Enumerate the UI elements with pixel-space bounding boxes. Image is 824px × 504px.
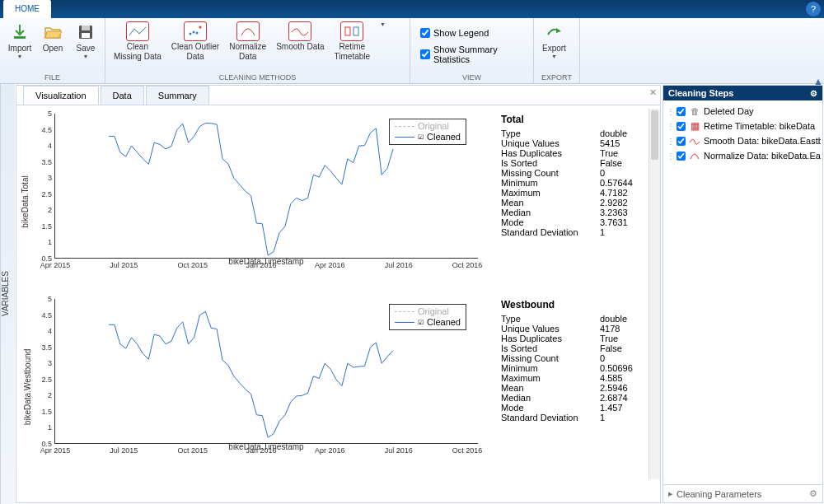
parameters-panel-header[interactable]: ▸ Cleaning Parameters ⚙ <box>663 484 822 502</box>
ribbon-group-label: FILE <box>5 72 100 83</box>
methods-dropdown[interactable]: ▼ <box>377 20 389 30</box>
svg-rect-0 <box>14 36 26 39</box>
dropdown-arrow-icon: ▼ <box>380 21 386 28</box>
save-button[interactable]: Save▼ <box>71 20 101 62</box>
svg-rect-9 <box>353 27 358 35</box>
smooth-icon <box>288 21 311 41</box>
stats-total: Total TypedoubleUnique Values5415Has Dup… <box>486 109 648 294</box>
retime-icon <box>340 21 363 41</box>
import-button[interactable]: Import▼ <box>5 20 35 62</box>
tab-home[interactable]: HOME <box>3 0 51 18</box>
svg-point-5 <box>192 31 194 34</box>
step-item[interactable]: ⋮🗑Deleted Day <box>665 104 821 119</box>
dropdown-arrow-icon: ▼ <box>17 54 23 60</box>
open-button[interactable]: Open <box>38 20 68 55</box>
clean-outlier-icon <box>184 21 207 41</box>
stats-title: Westbound <box>501 299 644 310</box>
y-axis-label: bikeData.Westbound <box>23 348 32 425</box>
import-icon <box>9 21 30 43</box>
svg-rect-2 <box>82 26 90 30</box>
svg-point-6 <box>195 32 198 35</box>
dropdown-arrow-icon: ▼ <box>551 54 557 60</box>
svg-rect-3 <box>82 33 90 38</box>
step-item[interactable]: ⋮▦Retime Timetable: bikeData <box>665 119 821 133</box>
minimize-ribbon-button[interactable]: ▲ <box>812 18 824 87</box>
plot-area: bikeData.Total Original ☑Cleaned 0.511.5… <box>16 105 660 502</box>
clean-outlier-button[interactable]: Clean Outlier Data <box>168 20 222 63</box>
clean-missing-button[interactable]: Clean Missing Data <box>110 20 165 63</box>
steps-panel-header: Cleaning Steps ⚙ <box>663 86 822 100</box>
tab-visualization[interactable]: Visualization <box>23 86 99 105</box>
svg-point-4 <box>189 33 191 35</box>
smooth-icon <box>689 135 700 147</box>
normalize-button[interactable]: Normalize Data <box>226 20 269 63</box>
scrollbar[interactable] <box>648 294 660 479</box>
stats-title: Total <box>501 114 644 125</box>
gear-icon[interactable]: ⚙ <box>810 89 817 98</box>
gear-icon[interactable]: ⚙ <box>809 488 817 499</box>
save-icon <box>75 21 96 43</box>
chart-total: bikeData.Total Original ☑Cleaned 0.511.5… <box>16 109 486 294</box>
ribbon-group-label: CLEANING METHODS <box>110 72 405 83</box>
retime-icon: ▦ <box>689 120 700 132</box>
chart-westbound: bikeData.Westbound Original ☑Cleaned 0.5… <box>16 294 486 479</box>
tab-summary[interactable]: Summary <box>146 86 209 105</box>
stats-westbound: Westbound TypedoubleUnique Values4178Has… <box>486 294 648 479</box>
show-summary-checkbox[interactable]: Show Summary Statistics <box>415 43 528 66</box>
ribbon: Import▼ Open Save▼ FILE Clean Missing Da… <box>0 18 824 84</box>
dropdown-arrow-icon: ▼ <box>83 54 89 60</box>
show-legend-checkbox[interactable]: Show Legend <box>415 26 494 40</box>
smooth-button[interactable]: Smooth Data <box>273 20 327 54</box>
step-item[interactable]: ⋮Smooth Data: bikeData.Eastbo <box>665 133 821 148</box>
variables-panel-tab[interactable]: VARIABLES <box>0 84 15 504</box>
chevron-right-icon: ▸ <box>668 488 673 499</box>
ribbon-group-label: EXPORT <box>539 72 574 83</box>
scrollbar[interactable] <box>648 109 660 294</box>
export-button[interactable]: Export▼ <box>539 20 569 62</box>
export-icon <box>543 21 564 43</box>
close-panel-button[interactable]: ✕ <box>649 87 657 98</box>
normalize-icon <box>236 21 260 41</box>
svg-point-7 <box>199 26 201 29</box>
help-button[interactable]: ? <box>806 2 821 16</box>
ribbon-group-label: VIEW <box>415 72 528 83</box>
tab-data[interactable]: Data <box>101 86 144 105</box>
svg-rect-8 <box>345 27 350 35</box>
y-axis-label: bikeData.Total <box>21 175 30 227</box>
step-item[interactable]: ⋮Normalize Data: bikeData.East <box>665 148 821 163</box>
trash-icon: 🗑 <box>689 105 700 117</box>
normalize-icon <box>689 150 700 161</box>
clean-missing-icon <box>126 21 149 41</box>
folder-open-icon <box>42 21 63 43</box>
retime-button[interactable]: Retime Timetable <box>331 20 374 63</box>
